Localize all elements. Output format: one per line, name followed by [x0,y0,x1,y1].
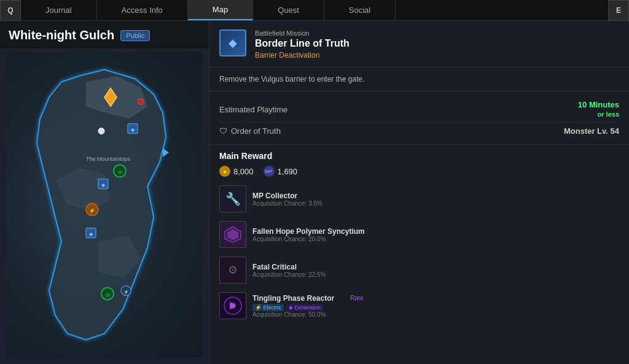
mp-icon: MP [264,166,275,177]
mission-name: Border Line of Truth [255,38,350,49]
right-panel: ◆ Battlefield Mission Border Line of Tru… [209,21,629,364]
svg-text:The Mountaintops: The Mountaintops [86,156,131,162]
svg-point-14 [98,128,104,134]
main-content: White-night Gulch Public ⚙ World Difficu… [0,21,629,364]
svg-text:⚡: ⚡ [89,207,95,214]
tab-quest[interactable]: Quest [253,0,324,20]
reward-tags: ⚡ Electric ◈ Dimension [252,304,364,311]
rewards-section: Main Reward ● 8,000 MP 1,690 🔧 [209,145,629,364]
reward-info: Fatal Critical Acquisition Chance: 22.5% [252,263,326,278]
location-header: White-night Gulch Public [0,21,209,48]
key-q-button[interactable]: Q [0,0,21,21]
mission-text: Battlefield Mission Border Line of Truth… [255,29,350,60]
svg-text:◎: ◎ [106,292,110,298]
item-svg [224,225,242,244]
rewards-title: Main Reward [219,151,619,161]
mp-currency: MP 1,690 [264,166,298,177]
tab-social[interactable]: Social [324,0,396,20]
reward-item: Fallen Hope Polymer Syncytium Acquisitio… [219,219,619,250]
reward-name: MP Collector [252,192,322,200]
currency-row: ● 8,000 MP 1,690 [219,166,619,177]
reward-info: Tingling Phase Reactor Rare ⚡ Electric ◈… [252,294,364,318]
reward-item: ⚙ Fatal Critical Acquisition Chance: 22.… [219,254,619,286]
svg-text:◆: ◆ [131,127,135,133]
reward-name: Tingling Phase Reactor [252,294,334,303]
svg-text:◆: ◆ [89,231,93,237]
mission-icon: ◆ [219,29,246,56]
diamond-icon: ◆ [229,36,237,50]
reward-name-row: Tingling Phase Reactor Rare [252,294,364,303]
mission-subtype: Barrier Deactivation [255,51,350,60]
reward-chance: Acquisition Chance: 50.0% [252,311,364,318]
reward-item: Tingling Phase Reactor Rare ⚡ Electric ◈… [219,290,619,322]
reward-chance: Acquisition Chance: 20.0% [252,236,365,242]
tab-map[interactable]: Map [188,0,253,20]
svg-point-22 [230,303,236,309]
mission-header: ◆ Battlefield Mission Border Line of Tru… [209,21,629,68]
reward-chance: Acquisition Chance: 3.5% [252,200,322,207]
order-label: 🛡 Order of Truth [219,126,564,136]
top-navigation: Q Journal Access Info Map Quest Social E [0,0,629,21]
nav-tabs: Journal Access Info Map Quest Social [21,0,608,20]
electric-tag: ⚡ Electric [252,304,284,311]
reward-thumbnail [219,221,246,248]
left-panel: White-night Gulch Public ⚙ World Difficu… [0,21,209,364]
reward-items-list: 🔧 MP Collector Acquisition Chance: 3.5% [219,183,619,322]
gold-currency: ● 8,000 [219,166,254,177]
reward-name: Fallen Hope Polymer Syncytium [252,227,365,236]
reward-item: 🔧 MP Collector Acquisition Chance: 3.5% [219,183,619,215]
order-stat-row: 🛡 Order of Truth Monster Lv. 54 [219,123,619,139]
tab-journal[interactable]: Journal [21,0,97,20]
item-svg [222,295,243,316]
gold-icon: ● [219,166,230,177]
playtime-label: Estimated Playtime [219,105,578,114]
map-area[interactable]: ◆ ◆ ◆ ⚡ ◎ ◎ The Mountaintops [6,52,203,358]
dimension-tag: ◈ Dimension [286,304,323,311]
mission-description: Remove the Vulgus barrier to enter the g… [209,68,629,91]
svg-rect-13 [138,99,143,104]
mission-type: Battlefield Mission [255,29,350,37]
rare-badge: Rare [350,295,364,301]
reward-thumbnail: 🔧 [219,185,246,212]
mission-stats: Estimated Playtime 10 Minutes or less 🛡 … [209,91,629,145]
svg-marker-18 [163,149,169,157]
tab-access-info[interactable]: Access Info [97,0,188,20]
playtime-value: 10 Minutes or less [578,100,619,118]
reward-thumbnail [219,292,246,319]
reward-info: Fallen Hope Polymer Syncytium Acquisitio… [252,227,365,242]
svg-text:◎: ◎ [118,169,122,175]
location-title: White-night Gulch [9,28,114,42]
order-value: Monster Lv. 54 [564,126,619,136]
svg-text:⚡: ⚡ [123,289,129,295]
order-icon: 🛡 [219,126,227,136]
key-e-button[interactable]: E [608,0,629,21]
playtime-stat-row: Estimated Playtime 10 Minutes or less [219,96,619,123]
reward-chance: Acquisition Chance: 22.5% [252,271,326,278]
public-badge: Public [120,30,150,41]
svg-text:◆: ◆ [101,182,106,188]
reward-thumbnail: ⚙ [219,257,246,284]
reward-info: MP Collector Acquisition Chance: 3.5% [252,192,322,207]
map-svg: ◆ ◆ ◆ ⚡ ◎ ◎ The Mountaintops [6,52,203,358]
reward-name: Fatal Critical [252,263,326,271]
